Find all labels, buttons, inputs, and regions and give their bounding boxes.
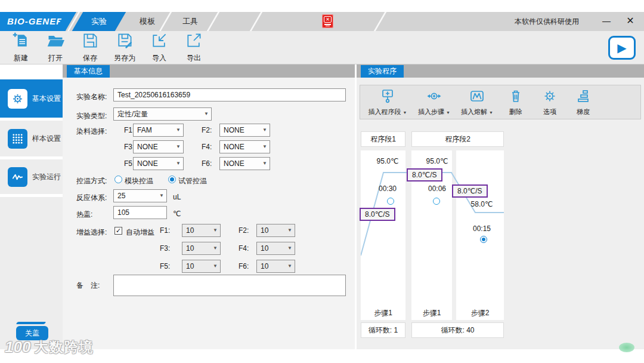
dye-select-label: 染料选择: xyxy=(76,127,107,137)
title-bar: BIO-GENER 实验 模板 工具 ✕ 本软件仅供科研使用 — ✕ xyxy=(0,12,644,31)
import-button[interactable]: 导入 xyxy=(142,33,177,63)
import-icon xyxy=(150,32,168,52)
tab-experiment-program[interactable]: 实验程序 xyxy=(361,65,404,78)
step2-ramp-rate[interactable]: 8.0℃/S xyxy=(407,168,442,182)
open-button[interactable]: 打开 xyxy=(38,33,73,63)
gear-icon xyxy=(542,88,558,106)
segment2-header[interactable]: 程序段2 xyxy=(411,131,504,147)
auto-gain-checkbox[interactable]: ✓ xyxy=(114,227,122,235)
module-temp-radio[interactable] xyxy=(114,176,122,183)
gain-f4-label: F4: xyxy=(239,244,249,253)
dye-f4-select[interactable]: NONE ▼ xyxy=(219,140,270,153)
basic-info-tabstrip: 基本信息 xyxy=(63,64,355,78)
remark-label: 备 注: xyxy=(76,281,100,291)
remark-textarea[interactable] xyxy=(113,275,346,296)
dye-f6-select[interactable]: NONE ▼ xyxy=(219,157,270,170)
gain-f6-select[interactable]: 10 ▼ xyxy=(256,260,295,273)
program-toolbar: 插入程序段 ▼ 插入步骤 ▼ 插入熔解 ▼ 删除 选项 梯度 xyxy=(360,85,641,119)
options-button[interactable]: 选项 xyxy=(533,87,566,118)
reaction-volume-select[interactable]: 25 ▼ xyxy=(113,189,167,202)
hot-lid-unit: ℃ xyxy=(173,210,181,218)
save-button[interactable]: 保存 xyxy=(73,33,107,63)
watermark-logo: 100 xyxy=(5,338,30,356)
experiment-type-select[interactable]: 定性/定量 ▼ xyxy=(113,107,212,121)
step2-temp: 95.0℃ xyxy=(419,157,455,165)
export-icon xyxy=(185,32,203,52)
green-dot-decoration xyxy=(619,343,634,352)
sidebar-item-sample-settings[interactable]: 样本设置 xyxy=(0,121,63,156)
left-sidebar: 基本设置 样本设置 实验运行 关盖 xyxy=(0,64,63,349)
insert-melt-button[interactable]: 插入熔解 ▼ xyxy=(456,87,499,118)
run-experiment-button[interactable]: ▶ xyxy=(608,36,636,60)
reaction-volume-unit: uL xyxy=(173,193,181,201)
step3-collect-radio[interactable] xyxy=(480,236,487,243)
chevron-down-icon: ▼ xyxy=(262,158,267,170)
step1-collect-radio[interactable] xyxy=(387,198,394,205)
gain-f2-select[interactable]: 10 ▼ xyxy=(256,224,295,237)
gradient-button[interactable]: 梯度 xyxy=(566,87,600,118)
gain-f1-select[interactable]: 10 ▼ xyxy=(182,224,221,237)
dye-f2-select[interactable]: NONE ▼ xyxy=(219,124,270,137)
save-as-button[interactable]: 另存为 xyxy=(107,33,142,63)
minimize-button[interactable]: — xyxy=(597,12,615,31)
insert-step-icon xyxy=(426,88,442,106)
sidebar-item-experiment-run[interactable]: 实验运行 xyxy=(0,159,63,194)
segment1-header[interactable]: 程序段1 xyxy=(361,131,405,147)
tab-tools[interactable]: 工具 xyxy=(172,12,209,31)
gain-f5-select[interactable]: 10 ▼ xyxy=(182,260,221,273)
chevron-down-icon: ▼ xyxy=(262,124,267,136)
watermark: 100 大数跨境 xyxy=(5,338,94,356)
step1-ramp-rate[interactable]: 8.0℃/S xyxy=(360,208,395,221)
chevron-down-icon: ▼ xyxy=(176,124,181,136)
step2-collect-radio[interactable] xyxy=(433,198,440,205)
chevron-down-icon: ▼ xyxy=(262,141,267,153)
insert-segment-button[interactable]: 插入程序段 ▼ xyxy=(363,87,413,118)
gain-f6-label: F6: xyxy=(239,262,249,270)
slash-decoration xyxy=(250,12,262,31)
step1-temp: 95.0℃ xyxy=(370,157,405,165)
experiment-name-input[interactable]: Test_20250616163659 xyxy=(113,88,346,101)
close-button[interactable]: ✕ xyxy=(620,12,640,31)
step3-ramp-rate[interactable]: 8.0℃/S xyxy=(452,184,488,198)
sidebar-item-basic-settings[interactable]: 基本设置 xyxy=(0,79,63,118)
gain-f1-label: F1: xyxy=(160,226,170,235)
insert-melt-icon xyxy=(469,88,485,106)
hot-lid-input[interactable]: 105 xyxy=(113,206,167,219)
tab-experiment[interactable]: 实验 xyxy=(72,12,126,31)
dye-f3-select[interactable]: NONE ▼ xyxy=(133,140,184,153)
step3-time[interactable]: 00:15 xyxy=(470,224,494,233)
step1-time[interactable]: 00:30 xyxy=(374,184,401,193)
gain-f4-select[interactable]: 10 ▼ xyxy=(256,242,295,255)
chevron-down-icon: ▼ xyxy=(213,242,218,254)
dye-f6-label: F6: xyxy=(202,159,212,168)
dye-f2-label: F2: xyxy=(202,126,212,134)
experiment-type-label: 实验类型: xyxy=(76,111,107,121)
brand-seal-icon: ✕ xyxy=(322,14,333,28)
plate-grid-icon xyxy=(8,129,27,149)
segment2-cycles[interactable]: 循环数: 40 xyxy=(411,322,504,338)
export-button[interactable]: 导出 xyxy=(177,33,211,63)
hot-lid-label: 热盖: xyxy=(76,210,92,220)
program-tabstrip: 实验程序 xyxy=(357,64,644,78)
dye-f5-select[interactable]: NONE ▼ xyxy=(133,157,184,170)
gain-f3-select[interactable]: 10 ▼ xyxy=(182,242,221,255)
gain-f3-label: F3: xyxy=(160,244,170,253)
chevron-down-icon: ▼ xyxy=(159,190,164,202)
tab-basic-info[interactable]: 基本信息 xyxy=(67,65,110,78)
new-button[interactable]: 新建 xyxy=(4,33,38,63)
insert-step-button[interactable]: 插入步骤 ▼ xyxy=(413,87,456,118)
step2-time[interactable]: 00:06 xyxy=(424,184,450,193)
chevron-down-icon: ▼ xyxy=(489,110,493,115)
app-window: BIO-GENER 实验 模板 工具 ✕ 本软件仅供科研使用 — ✕ 新建 xyxy=(0,0,644,363)
tube-temp-radio[interactable] xyxy=(168,176,176,183)
delete-button[interactable]: 删除 xyxy=(499,87,533,118)
segment1-cycles[interactable]: 循环数: 1 xyxy=(361,322,405,338)
dye-f1-select[interactable]: FAM ▼ xyxy=(133,124,184,137)
dye-f4-label: F4: xyxy=(202,143,212,151)
chevron-down-icon: ▼ xyxy=(176,141,181,153)
save-as-icon xyxy=(116,32,134,52)
save-icon xyxy=(81,32,99,52)
app-logo-text: BIO-GENER xyxy=(7,12,63,31)
experiment-program-panel: 实验程序 插入程序段 ▼ 插入步骤 ▼ 插入熔解 ▼ 删除 选项 xyxy=(357,64,644,349)
chevron-down-icon: ▼ xyxy=(287,224,292,236)
